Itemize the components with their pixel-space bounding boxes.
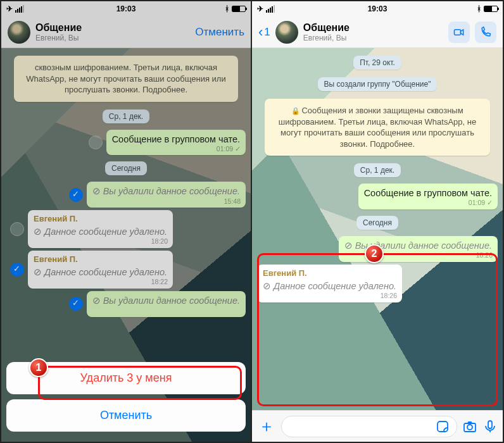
- message-text: Сообщение в групповом чате.: [112, 134, 240, 144]
- phone-icon: [479, 26, 492, 39]
- voice-call-button[interactable]: [475, 22, 496, 43]
- chat-subtitle: Евгений, Вы: [303, 34, 443, 42]
- date-chip: Ср, 1 дек.: [354, 163, 401, 177]
- header-title-block[interactable]: Общение Евгений, Вы: [35, 22, 190, 42]
- lock-icon: [291, 106, 301, 115]
- avatar[interactable]: [275, 21, 298, 44]
- message-time: 15:48: [224, 197, 241, 206]
- signal-icon: [266, 5, 275, 13]
- outgoing-bubble: Вы удалили данное сообщение. 15:48: [87, 182, 246, 208]
- incoming-bubble: Евгений П. Данное сообщение удалено. 18:…: [28, 210, 173, 248]
- chat-subtitle: Евгений, Вы: [35, 34, 190, 42]
- signal-icon: [15, 5, 24, 13]
- video-icon: [453, 26, 465, 39]
- message-input[interactable]: [281, 416, 457, 437]
- select-circle-checked[interactable]: [10, 263, 24, 277]
- avatar[interactable]: [8, 21, 30, 44]
- sticker-icon[interactable]: [435, 419, 450, 434]
- battery-icon: [232, 6, 246, 12]
- sender-name: Евгений П.: [34, 214, 167, 225]
- outgoing-bubble: Сообщение в групповом чате. 01:09: [106, 130, 246, 156]
- message-time: 18:20: [151, 237, 168, 246]
- svg-rect-0: [455, 29, 461, 34]
- video-call-button[interactable]: [448, 22, 470, 43]
- incoming-bubble: Евгений П. Данное сообщение удалено. 18:…: [28, 251, 173, 289]
- message-row[interactable]: Вы удалили данное сообщение.: [6, 291, 246, 317]
- deleted-text: Вы удалили данное сообщение.: [92, 296, 240, 306]
- deleted-text: Данное сообщение удалено.: [34, 227, 167, 237]
- chat-body: Пт, 29 окт. Вы создали группу "Общение" …: [252, 48, 503, 410]
- chat-name: Общение: [303, 22, 443, 34]
- message-row[interactable]: Евгений П. Данное сообщение удалено. 18:…: [6, 210, 246, 248]
- date-chip: Сегодня: [105, 161, 147, 175]
- bluetooth-icon: ᚼ: [225, 4, 229, 13]
- message-row[interactable]: Сообщение в групповом чате. 01:09: [6, 130, 246, 156]
- chat-header: ‹1 Общение Евгений, Вы: [252, 16, 503, 48]
- message-text: Сообщение в групповом чате.: [364, 188, 492, 198]
- chat-name: Общение: [35, 22, 190, 34]
- cancel-button[interactable]: Отменить: [6, 399, 246, 432]
- select-circle[interactable]: [89, 135, 103, 149]
- system-message: Вы создали группу "Общение": [318, 77, 438, 91]
- callout-badge-1: 1: [29, 358, 48, 377]
- status-bar: ✈ 19:03 ᚼ: [1, 1, 251, 16]
- select-circle[interactable]: [10, 222, 24, 236]
- deleted-text: Данное сообщение удалено.: [263, 281, 396, 291]
- message-time: 01:09: [217, 145, 241, 154]
- message-time: 18:26: [381, 292, 397, 301]
- deleted-text: Вы удалили данное сообщение.: [92, 186, 240, 196]
- sender-name: Евгений П.: [263, 268, 396, 279]
- encryption-notice[interactable]: сквозным шифрованием. Третьи лица, включ…: [14, 56, 238, 102]
- encryption-notice[interactable]: Сообщения и звонки защищены сквозным шиф…: [265, 99, 490, 156]
- select-circle-checked[interactable]: [69, 188, 83, 202]
- right-screenshot: ✈ 19:03 ᚼ ‹1 Общение Евгений, Вы Пт, 29 …: [252, 1, 503, 442]
- date-chip: Сегодня: [356, 216, 398, 230]
- date-chip: Ср, 1 дек.: [103, 109, 149, 123]
- select-circle-checked[interactable]: [69, 297, 83, 311]
- airplane-icon: ✈: [6, 4, 13, 13]
- chat-area: сквозным шифрованием. Третьи лица, включ…: [1, 48, 251, 442]
- cancel-selection-button[interactable]: Отменить: [195, 26, 244, 39]
- outgoing-bubble: Вы удалили данное сообщение.: [87, 291, 246, 317]
- message-row[interactable]: Евгений П. Данное сообщение удалено. 18:…: [257, 265, 498, 303]
- mic-icon[interactable]: [482, 419, 498, 434]
- message-time: 18:22: [151, 278, 168, 287]
- chat-area: Пт, 29 окт. Вы создали группу "Общение" …: [252, 48, 503, 410]
- svg-rect-1: [438, 421, 448, 432]
- camera-icon[interactable]: [462, 419, 477, 434]
- outgoing-bubble: Вы удалили данное сообщение. 18:26: [339, 236, 498, 262]
- attach-button[interactable]: ＋: [257, 415, 276, 437]
- chat-header: Общение Евгений, Вы Отменить: [1, 16, 251, 48]
- message-time: 01:09: [469, 199, 493, 208]
- message-row[interactable]: Сообщение в групповом чате. 01:09: [257, 184, 498, 209]
- bluetooth-icon: ᚼ: [477, 4, 481, 13]
- chevron-left-icon: ‹: [258, 24, 263, 41]
- sender-name: Евгений П.: [34, 254, 167, 265]
- battery-icon: [484, 6, 498, 12]
- back-count: 1: [264, 26, 270, 39]
- svg-rect-4: [488, 421, 492, 428]
- callout-badge-2: 2: [365, 244, 384, 263]
- svg-point-3: [467, 425, 472, 430]
- left-screenshot: ✈ 19:03 ᚼ Общение Евгений, Вы Отменить с…: [1, 1, 252, 442]
- status-time: 19:03: [117, 4, 136, 13]
- back-button[interactable]: ‹1: [258, 24, 270, 41]
- input-toolbar: ＋: [252, 410, 503, 442]
- message-row[interactable]: Вы удалили данное сообщение. 15:48: [6, 182, 246, 208]
- message-time: 18:26: [476, 251, 493, 260]
- date-chip: Пт, 29 окт.: [353, 56, 401, 70]
- incoming-bubble: Евгений П. Данное сообщение удалено. 18:…: [257, 265, 402, 303]
- deleted-text: Данное сообщение удалено.: [34, 267, 167, 277]
- header-title-block[interactable]: Общение Евгений, Вы: [303, 22, 443, 42]
- status-time: 19:03: [368, 4, 387, 13]
- outgoing-bubble: Сообщение в групповом чате. 01:09: [358, 184, 498, 209]
- message-row[interactable]: Евгений П. Данное сообщение удалено. 18:…: [6, 251, 246, 289]
- status-bar: ✈ 19:03 ᚼ: [252, 1, 503, 16]
- airplane-icon: ✈: [257, 4, 263, 13]
